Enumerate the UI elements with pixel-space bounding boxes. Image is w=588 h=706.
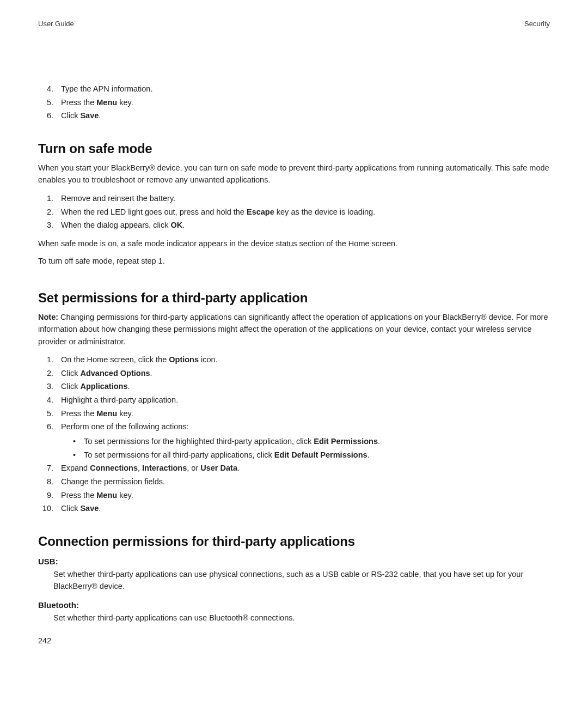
step-text: Click Save. <box>61 504 101 513</box>
list-item: 5. Press the Menu key. <box>53 407 550 421</box>
step-text: Click Save. <box>61 111 101 120</box>
step-number: 4. <box>38 393 53 407</box>
step-number: 5. <box>38 407 53 421</box>
step-text: Change the permission fields. <box>61 477 165 486</box>
list-item: 7. Expand Connections, Interactions, or … <box>53 461 550 475</box>
step-text: To set permissions for the highlighted t… <box>84 437 380 446</box>
definition-desc-bluetooth: Set whether third-party applications can… <box>38 612 550 624</box>
step-text: Click Advanced Options. <box>61 369 152 378</box>
list-item: 8. Change the permission fields. <box>53 475 550 489</box>
step-number: 7. <box>38 461 53 475</box>
step-text: Type the APN information. <box>61 84 152 93</box>
step-text: Press the Menu key. <box>61 491 133 500</box>
section-title-safe-mode: Turn on safe mode <box>38 141 550 156</box>
step-text: Perform one of the following actions: <box>61 422 189 431</box>
step-number: 1. <box>38 192 53 205</box>
step-number: 2. <box>38 367 53 380</box>
step-number: 4. <box>38 82 53 96</box>
step-number: 1. <box>38 353 53 367</box>
step-number: 8. <box>38 475 53 489</box>
step-number: 3. <box>38 218 53 232</box>
list-item: To set permissions for the highlighted t… <box>76 435 550 448</box>
safe-mode-intro: When you start your BlackBerry® device, … <box>38 162 550 186</box>
apn-steps-continued: 4. Type the APN information. 5. Press th… <box>38 82 550 123</box>
page-header: User Guide Security <box>38 20 550 28</box>
header-right: Security <box>524 20 550 28</box>
page-number: 242 <box>38 636 51 645</box>
list-item: 4. Type the APN information. <box>53 82 550 96</box>
list-item: 1. Remove and reinsert the battery. <box>53 192 550 205</box>
section-title-permissions: Set permissions for a third-party applic… <box>38 290 550 306</box>
list-item: 3. When the dialog appears, click OK. <box>53 218 550 232</box>
step-text: To set permissions for all third-party a… <box>84 451 370 459</box>
step-number: 3. <box>38 380 53 393</box>
step-text: Press the Menu key. <box>61 98 133 107</box>
step-text: When the red LED light goes out, press a… <box>61 208 375 216</box>
list-item: 4. Highlight a third-party application. <box>53 393 550 407</box>
step-number: 2. <box>38 205 53 219</box>
list-item: 3. Click Applications. <box>53 380 550 393</box>
step-text: Press the Menu key. <box>61 409 133 418</box>
step-number: 5. <box>38 96 53 109</box>
permissions-note: Note: Changing permissions for third-par… <box>38 311 550 348</box>
document-page: User Guide Security 4. Type the APN info… <box>0 0 588 646</box>
step-number: 10. <box>38 502 53 515</box>
definition-term-bluetooth: Bluetooth: <box>38 600 550 610</box>
note-label: Note: <box>38 313 58 321</box>
step-number: 6. <box>38 420 53 434</box>
list-item: 2. When the red LED light goes out, pres… <box>53 205 550 219</box>
step-text: On the Home screen, click the Options ic… <box>61 355 218 364</box>
list-item: 5. Press the Menu key. <box>53 96 550 109</box>
header-left: User Guide <box>38 20 74 28</box>
list-item: 10. Click Save. <box>53 502 550 515</box>
safe-mode-indicator-note: When safe mode is on, a safe mode indica… <box>38 238 550 249</box>
safe-mode-steps: 1. Remove and reinsert the battery. 2. W… <box>38 192 550 232</box>
step-text: Expand Connections, Interactions, or Use… <box>61 464 240 472</box>
safe-mode-off-note: To turn off safe mode, repeat step 1. <box>38 255 550 267</box>
list-item: To set permissions for all third-party a… <box>76 448 550 462</box>
list-item: 2. Click Advanced Options. <box>53 367 550 380</box>
list-item: 6. Perform one of the following actions:… <box>53 420 550 461</box>
sub-list: To set permissions for the highlighted t… <box>61 435 550 461</box>
definition-desc-usb: Set whether third-party applications can… <box>38 568 550 593</box>
permissions-steps: 1. On the Home screen, click the Options… <box>38 353 550 515</box>
list-item: 6. Click Save. <box>53 109 550 123</box>
step-text: Remove and reinsert the battery. <box>61 194 175 203</box>
section-title-connection-permissions: Connection permissions for third-party a… <box>38 534 550 549</box>
step-text: Click Applications. <box>61 382 130 391</box>
step-text: When the dialog appears, click OK. <box>61 221 185 229</box>
definition-term-usb: USB: <box>38 557 550 566</box>
list-item: 9. Press the Menu key. <box>53 489 550 502</box>
step-text: Highlight a third-party application. <box>61 395 178 404</box>
list-item: 1. On the Home screen, click the Options… <box>53 353 550 367</box>
step-number: 9. <box>38 489 53 502</box>
note-body: Changing permissions for third-party app… <box>38 313 548 346</box>
step-number: 6. <box>38 109 53 123</box>
